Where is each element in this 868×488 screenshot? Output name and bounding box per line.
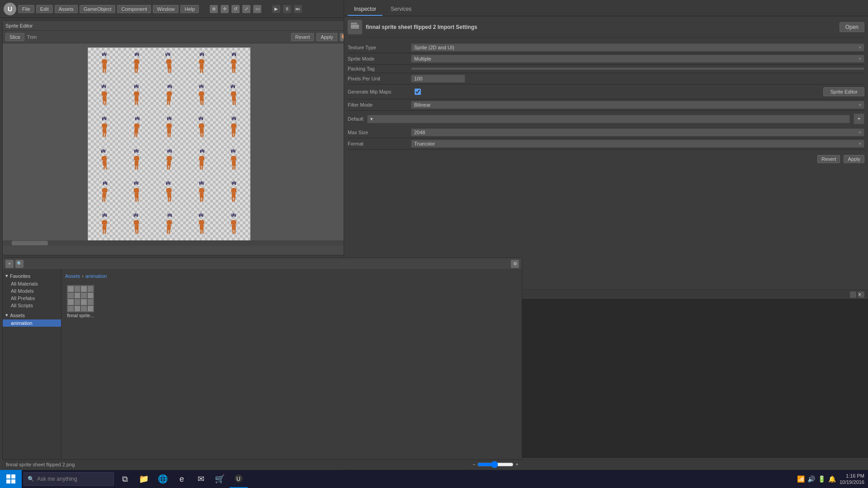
mail-btn[interactable]: ✉ — [192, 470, 210, 488]
sprite-cell-2-4[interactable] — [185, 80, 218, 113]
revert-btn[interactable]: Revert — [291, 33, 314, 41]
all-models-item[interactable]: All Models — [3, 287, 61, 295]
slice-btn[interactable]: Slice — [5, 33, 24, 41]
sprite-cell-4-1[interactable] — [88, 145, 121, 177]
play-btn[interactable]: ▶ — [272, 5, 280, 13]
sprite-cell-6-2[interactable] — [121, 209, 153, 242]
sprite-cell-4-3[interactable] — [153, 145, 185, 177]
default-settings-btn[interactable]: + — [854, 113, 864, 124]
assets-header[interactable]: ▾ Assets — [3, 311, 61, 319]
sprite-cell-2-2[interactable] — [121, 80, 153, 113]
sprite-cell-1-5[interactable] — [217, 48, 250, 80]
file-explorer-btn[interactable]: 📁 — [135, 470, 153, 488]
all-scripts-item[interactable]: All Scripts — [3, 302, 61, 309]
inspector-apply-btn[interactable]: Apply — [844, 155, 864, 163]
sprite-cell-5-3[interactable] — [153, 177, 185, 209]
volume-icon[interactable]: 🔊 — [807, 475, 815, 483]
sprite-cell-5-1[interactable] — [88, 177, 121, 209]
step-btn[interactable]: ⏭ — [294, 5, 302, 13]
packing-tag-field[interactable] — [411, 67, 864, 70]
unity-taskbar-btn[interactable]: U — [230, 470, 248, 488]
sprite-editor-btn[interactable]: Sprite Editor — [823, 87, 864, 96]
taskbar-clock[interactable]: 1:16 PM 10/19/2016 — [840, 473, 864, 486]
favorites-header[interactable]: ▾ Favorites — [3, 272, 61, 280]
ie-btn[interactable]: e — [173, 470, 191, 488]
sprite-cell-3-4[interactable] — [185, 113, 218, 145]
tab-inspector[interactable]: Inspector — [348, 3, 382, 16]
assets-menu[interactable]: Assets — [55, 5, 78, 13]
sprite-cell-4-4[interactable] — [185, 145, 218, 177]
sprite-cell-5-2[interactable] — [121, 177, 153, 209]
sprite-cell-4-5[interactable] — [217, 145, 250, 177]
sprite-mode-field[interactable]: Multiple ▾ — [411, 55, 864, 63]
open-button[interactable]: Open — [840, 22, 864, 32]
sprite-cell-6-5[interactable] — [217, 209, 250, 242]
create-icon[interactable]: + — [5, 260, 14, 268]
battery-icon[interactable]: 🔋 — [818, 475, 826, 483]
sprite-cell-1-4[interactable] — [185, 48, 218, 80]
sprite-cell-2-5[interactable] — [217, 80, 250, 113]
sprite-cell-5-5[interactable] — [217, 177, 250, 209]
sprite-cell-3-1[interactable] — [88, 113, 121, 145]
sprite-cell-1-2[interactable] — [121, 48, 153, 80]
sprite-cell-1-1[interactable] — [88, 48, 121, 80]
sprite-cell-3-2[interactable] — [121, 113, 153, 145]
taskbar-search[interactable]: 🔍 Ask me anything — [24, 472, 114, 486]
sprite-cell-6-3[interactable] — [153, 209, 185, 242]
search-icon[interactable]: 🔍 — [15, 260, 24, 268]
sprite-cell-3-5[interactable] — [217, 113, 250, 145]
horizontal-scrollbar-thumb[interactable] — [12, 241, 48, 245]
window-menu[interactable]: Window — [153, 5, 179, 13]
gameobject-menu[interactable]: GameObject — [80, 5, 116, 13]
sprite-cell-6-4[interactable] — [185, 209, 218, 242]
move-tool[interactable]: ✛ — [221, 5, 229, 13]
generate-mip-maps-label: Generate Mip Maps — [348, 89, 411, 94]
texture-type-field[interactable]: Sprite (2D and UI) ▾ — [411, 43, 864, 52]
sprite-cell-5-4[interactable] — [185, 177, 218, 209]
start-button[interactable] — [0, 470, 22, 488]
zoom-minus[interactable]: − — [472, 461, 476, 468]
format-field[interactable]: Truecolor ▾ — [411, 140, 864, 148]
file-menu[interactable]: File — [18, 5, 34, 13]
sprite-cell-1-3[interactable] — [153, 48, 185, 80]
notification-icon[interactable]: 🔔 — [828, 475, 836, 483]
pause-btn[interactable]: ⏸ — [283, 5, 291, 13]
breadcrumb-assets[interactable]: Assets — [65, 273, 80, 279]
default-dropdown[interactable]: ▾ — [367, 115, 850, 123]
all-materials-item[interactable]: All Materials — [3, 280, 61, 287]
inspector-revert-btn[interactable]: Revert — [817, 155, 840, 163]
preview-close-btn[interactable]: × — [858, 291, 864, 298]
zoom-slider[interactable] — [477, 461, 514, 468]
store-btn[interactable]: 🛒 — [211, 470, 229, 488]
help-menu[interactable]: Help — [180, 5, 199, 13]
max-size-field[interactable]: 2048 ▾ — [411, 128, 864, 136]
project-settings-icon[interactable]: ⚙ — [511, 260, 519, 268]
horizontal-scrollbar[interactable] — [3, 240, 367, 246]
sprite-cell-2-1[interactable] — [88, 80, 121, 113]
breadcrumb-animation[interactable]: animation — [85, 273, 107, 279]
animation-folder-item[interactable]: animation — [3, 319, 61, 327]
sprite-cell-3-3[interactable] — [153, 113, 185, 145]
all-prefabs-item[interactable]: All Prefabs — [3, 295, 61, 302]
edit-menu[interactable]: Edit — [36, 5, 53, 13]
zoom-plus[interactable]: + — [515, 461, 519, 468]
generate-mip-maps-checkbox[interactable] — [415, 89, 421, 95]
component-menu[interactable]: Component — [117, 5, 151, 13]
rect-tool[interactable]: ▭ — [253, 5, 261, 13]
filter-mode-field[interactable]: Bilinear ▾ — [411, 101, 864, 109]
asset-sprite-sheet[interactable]: finnal sprite... — [65, 283, 96, 320]
preview-options-btn[interactable] — [850, 291, 856, 298]
sprite-cell-4-2[interactable] — [121, 145, 153, 177]
pixels-per-unit-input[interactable] — [411, 75, 465, 83]
rotate-tool[interactable]: ↺ — [231, 5, 240, 13]
tab-services[interactable]: Services — [384, 3, 418, 16]
task-view-btn[interactable]: ⧉ — [116, 470, 134, 488]
sprite-canvas-area[interactable] — [3, 43, 373, 246]
edge-btn[interactable]: 🌐 — [154, 470, 172, 488]
sprite-cell-6-1[interactable] — [88, 209, 121, 242]
transform-tool[interactable]: ⊕ — [210, 5, 218, 13]
sprite-cell-2-3[interactable] — [153, 80, 185, 113]
wifi-icon[interactable]: 📶 — [797, 475, 805, 483]
apply-btn[interactable]: Apply — [316, 33, 337, 41]
scale-tool[interactable]: ⤢ — [242, 5, 250, 13]
